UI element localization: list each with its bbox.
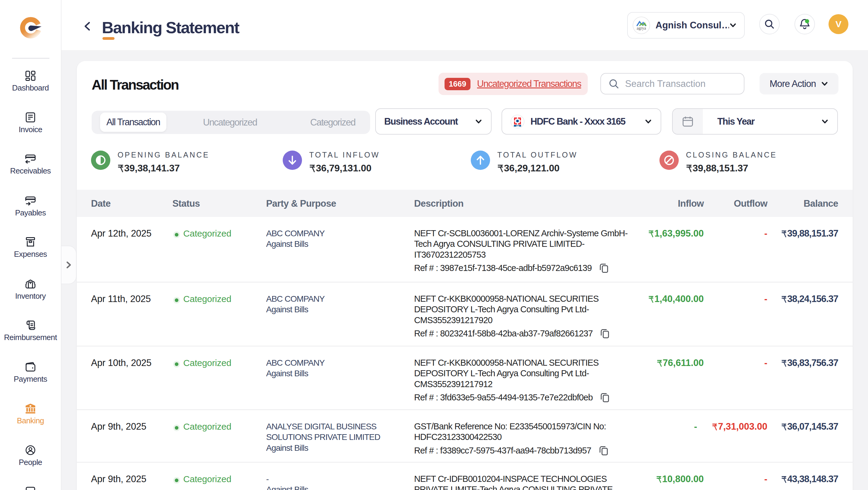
svg-text:agrya: agrya (637, 26, 646, 30)
